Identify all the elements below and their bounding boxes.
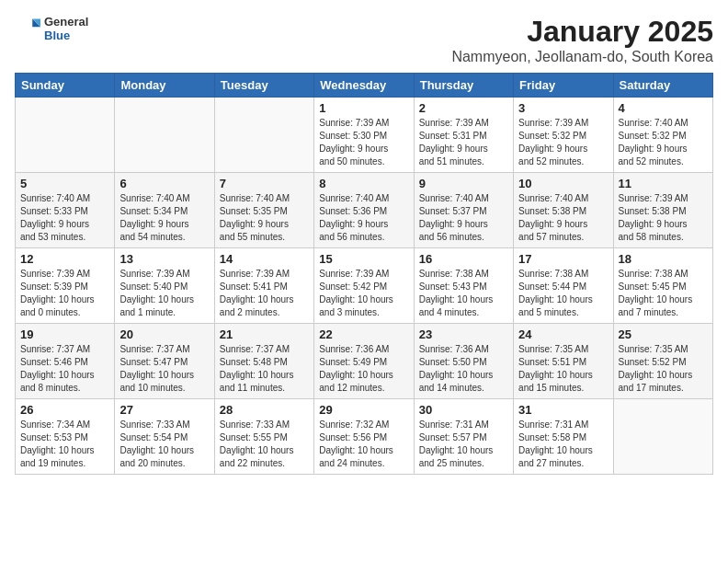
day-info: Sunrise: 7:36 AM Sunset: 5:50 PM Dayligh… <box>419 343 508 395</box>
calendar-cell: 29Sunrise: 7:32 AM Sunset: 5:56 PM Dayli… <box>314 399 414 475</box>
day-info: Sunrise: 7:40 AM Sunset: 5:34 PM Dayligh… <box>119 192 209 244</box>
calendar-cell: 13Sunrise: 7:39 AM Sunset: 5:40 PM Dayli… <box>115 248 214 324</box>
day-info: Sunrise: 7:40 AM Sunset: 5:33 PM Dayligh… <box>20 192 109 244</box>
day-info: Sunrise: 7:31 AM Sunset: 5:58 PM Dayligh… <box>518 419 608 470</box>
calendar-cell <box>613 399 712 475</box>
calendar-cell: 9Sunrise: 7:40 AM Sunset: 5:37 PM Daylig… <box>414 173 513 248</box>
calendar-cell: 5Sunrise: 7:40 AM Sunset: 5:33 PM Daylig… <box>16 173 115 248</box>
calendar-cell: 6Sunrise: 7:40 AM Sunset: 5:34 PM Daylig… <box>115 173 214 248</box>
day-info: Sunrise: 7:37 AM Sunset: 5:46 PM Dayligh… <box>20 343 109 395</box>
day-number: 14 <box>220 252 309 266</box>
day-number: 20 <box>119 327 209 341</box>
calendar-cell: 25Sunrise: 7:35 AM Sunset: 5:52 PM Dayli… <box>613 324 712 399</box>
day-number: 28 <box>220 403 309 417</box>
day-info: Sunrise: 7:39 AM Sunset: 5:42 PM Dayligh… <box>319 268 408 319</box>
day-number: 27 <box>119 403 209 417</box>
logo-blue: Blue <box>44 29 88 42</box>
calendar-cell: 28Sunrise: 7:33 AM Sunset: 5:55 PM Dayli… <box>214 399 313 475</box>
day-number: 3 <box>518 101 608 115</box>
column-header-sunday: Sunday <box>16 74 115 98</box>
day-number: 15 <box>319 252 408 266</box>
day-info: Sunrise: 7:39 AM Sunset: 5:32 PM Dayligh… <box>518 117 608 168</box>
calendar-cell: 14Sunrise: 7:39 AM Sunset: 5:41 PM Dayli… <box>214 248 313 324</box>
day-info: Sunrise: 7:35 AM Sunset: 5:51 PM Dayligh… <box>518 343 608 395</box>
week-row-3: 12Sunrise: 7:39 AM Sunset: 5:39 PM Dayli… <box>16 248 713 324</box>
calendar-cell: 4Sunrise: 7:40 AM Sunset: 5:32 PM Daylig… <box>613 98 712 173</box>
day-number: 30 <box>419 403 508 417</box>
calendar-cell: 23Sunrise: 7:36 AM Sunset: 5:50 PM Dayli… <box>414 324 513 399</box>
week-row-1: 1Sunrise: 7:39 AM Sunset: 5:30 PM Daylig… <box>16 98 713 173</box>
page-header: General Blue January 2025 Nammyeon, Jeol… <box>15 15 713 65</box>
month-title: January 2025 <box>451 15 713 49</box>
column-header-friday: Friday <box>514 74 613 98</box>
calendar-table: SundayMondayTuesdayWednesdayThursdayFrid… <box>15 73 713 475</box>
day-number: 29 <box>319 403 408 417</box>
calendar-cell: 24Sunrise: 7:35 AM Sunset: 5:51 PM Dayli… <box>514 324 613 399</box>
column-header-thursday: Thursday <box>414 74 513 98</box>
calendar-cell: 7Sunrise: 7:40 AM Sunset: 5:35 PM Daylig… <box>214 173 313 248</box>
calendar-cell: 31Sunrise: 7:31 AM Sunset: 5:58 PM Dayli… <box>514 399 613 475</box>
day-number: 17 <box>518 252 608 266</box>
calendar-cell <box>115 98 214 173</box>
title-block: January 2025 Nammyeon, Jeollanam-do, Sou… <box>451 15 713 65</box>
day-info: Sunrise: 7:36 AM Sunset: 5:49 PM Dayligh… <box>319 343 408 395</box>
day-number: 11 <box>619 177 708 190</box>
day-info: Sunrise: 7:40 AM Sunset: 5:32 PM Dayligh… <box>619 117 708 168</box>
calendar-cell <box>214 98 313 173</box>
day-number: 24 <box>518 327 608 341</box>
logo: General Blue <box>15 15 88 42</box>
day-info: Sunrise: 7:40 AM Sunset: 5:35 PM Dayligh… <box>220 192 309 244</box>
day-number: 31 <box>518 403 608 417</box>
day-info: Sunrise: 7:34 AM Sunset: 5:53 PM Dayligh… <box>20 419 109 470</box>
calendar-cell: 3Sunrise: 7:39 AM Sunset: 5:32 PM Daylig… <box>514 98 613 173</box>
calendar-cell: 16Sunrise: 7:38 AM Sunset: 5:43 PM Dayli… <box>414 248 513 324</box>
calendar-cell <box>16 98 115 173</box>
day-number: 26 <box>20 403 109 417</box>
logo-general: General <box>44 15 88 29</box>
day-info: Sunrise: 7:39 AM Sunset: 5:38 PM Dayligh… <box>619 192 708 244</box>
day-info: Sunrise: 7:31 AM Sunset: 5:57 PM Dayligh… <box>419 419 508 470</box>
day-number: 22 <box>319 327 408 341</box>
calendar-cell: 18Sunrise: 7:38 AM Sunset: 5:45 PM Dayli… <box>613 248 712 324</box>
column-header-tuesday: Tuesday <box>214 74 313 98</box>
day-info: Sunrise: 7:39 AM Sunset: 5:31 PM Dayligh… <box>419 117 508 168</box>
day-info: Sunrise: 7:37 AM Sunset: 5:47 PM Dayligh… <box>119 343 209 395</box>
day-number: 1 <box>319 101 408 115</box>
day-number: 16 <box>419 252 508 266</box>
logo-text: General Blue <box>44 15 88 42</box>
week-row-2: 5Sunrise: 7:40 AM Sunset: 5:33 PM Daylig… <box>16 173 713 248</box>
calendar-cell: 30Sunrise: 7:31 AM Sunset: 5:57 PM Dayli… <box>414 399 513 475</box>
day-info: Sunrise: 7:39 AM Sunset: 5:41 PM Dayligh… <box>220 268 309 319</box>
calendar-cell: 21Sunrise: 7:37 AM Sunset: 5:48 PM Dayli… <box>214 324 313 399</box>
calendar-cell: 20Sunrise: 7:37 AM Sunset: 5:47 PM Dayli… <box>115 324 214 399</box>
day-info: Sunrise: 7:39 AM Sunset: 5:40 PM Dayligh… <box>119 268 209 319</box>
day-number: 4 <box>619 101 708 115</box>
day-info: Sunrise: 7:38 AM Sunset: 5:43 PM Dayligh… <box>419 268 508 319</box>
day-info: Sunrise: 7:38 AM Sunset: 5:44 PM Dayligh… <box>518 268 608 319</box>
day-number: 6 <box>119 177 209 190</box>
day-number: 13 <box>119 252 209 266</box>
day-number: 19 <box>20 327 109 341</box>
day-number: 5 <box>20 177 109 190</box>
day-number: 12 <box>20 252 109 266</box>
column-header-saturday: Saturday <box>613 74 712 98</box>
day-number: 2 <box>419 101 508 115</box>
calendar-cell: 2Sunrise: 7:39 AM Sunset: 5:31 PM Daylig… <box>414 98 513 173</box>
calendar-cell: 17Sunrise: 7:38 AM Sunset: 5:44 PM Dayli… <box>514 248 613 324</box>
day-info: Sunrise: 7:40 AM Sunset: 5:38 PM Dayligh… <box>518 192 608 244</box>
calendar-cell: 27Sunrise: 7:33 AM Sunset: 5:54 PM Dayli… <box>115 399 214 475</box>
day-info: Sunrise: 7:40 AM Sunset: 5:37 PM Dayligh… <box>419 192 508 244</box>
day-info: Sunrise: 7:40 AM Sunset: 5:36 PM Dayligh… <box>319 192 408 244</box>
day-info: Sunrise: 7:35 AM Sunset: 5:52 PM Dayligh… <box>619 343 708 395</box>
column-header-monday: Monday <box>115 74 214 98</box>
calendar-cell: 8Sunrise: 7:40 AM Sunset: 5:36 PM Daylig… <box>314 173 414 248</box>
day-info: Sunrise: 7:39 AM Sunset: 5:39 PM Dayligh… <box>20 268 109 319</box>
day-info: Sunrise: 7:39 AM Sunset: 5:30 PM Dayligh… <box>319 117 408 168</box>
day-number: 10 <box>518 177 608 190</box>
calendar-cell: 12Sunrise: 7:39 AM Sunset: 5:39 PM Dayli… <box>16 248 115 324</box>
calendar-cell: 1Sunrise: 7:39 AM Sunset: 5:30 PM Daylig… <box>314 98 414 173</box>
day-number: 9 <box>419 177 508 190</box>
calendar-cell: 10Sunrise: 7:40 AM Sunset: 5:38 PM Dayli… <box>514 173 613 248</box>
day-info: Sunrise: 7:33 AM Sunset: 5:55 PM Dayligh… <box>220 419 309 470</box>
day-number: 21 <box>220 327 309 341</box>
